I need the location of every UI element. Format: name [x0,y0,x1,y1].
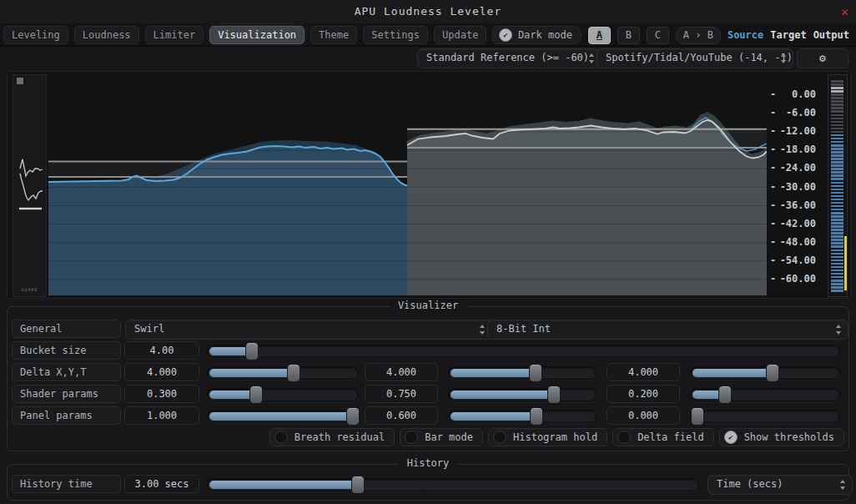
checkbox-delta-field[interactable]: Delta field [612,428,713,446]
view-target-button[interactable]: Target [770,29,806,41]
checkbox-show-thresholds[interactable]: ✔ Show thresholds [719,428,844,446]
close-icon[interactable]: ✕ [841,4,848,19]
meter-segment [831,280,843,282]
dark-mode-check-icon: ✔ [499,28,512,42]
meter-segment [831,148,843,150]
slider-thumb[interactable] [691,407,704,426]
tab-update[interactable]: Update [434,26,486,44]
history-unit-dropdown-value: Time (secs) [717,478,783,490]
preset-a-button[interactable]: A [588,27,611,44]
meter-segment [831,212,843,214]
meter-segment [831,151,843,154]
checkbox-breath-residual[interactable]: Breath residual [269,428,395,446]
gain-strip-graphic [13,75,44,295]
view-source-button[interactable]: Source [728,29,763,41]
slider-thumb[interactable] [766,364,779,382]
meter-segment [831,134,843,137]
preset-c-button[interactable]: C [647,27,669,44]
meter-segment [831,276,843,279]
meter-segment [831,260,843,262]
settings-gear-button[interactable]: ⚙ [797,48,848,68]
meter-segment [831,178,843,180]
history-time-slider[interactable] [207,478,699,491]
meter-segment [831,107,843,109]
dark-mode-label: Dark mode [518,29,572,41]
meter-segment [831,164,843,167]
meter-segment [831,199,843,201]
style-dropdown-value: Swirl [134,323,164,335]
slider-thumb[interactable] [245,342,259,360]
shader-param3-slider[interactable] [690,388,840,401]
meter-segment [831,83,843,86]
meter-segment [831,103,843,106]
meter-segment [831,242,843,244]
loudness-plot [48,74,767,295]
reference-dropdown-value: Standard Reference (>= -60) [426,52,589,63]
style-dropdown[interactable]: Swirl [125,320,492,340]
history-unit-dropdown[interactable]: Time (secs) [707,475,853,495]
meter-segment [831,256,843,259]
tab-leveling[interactable]: Leveling [3,26,68,44]
meter-segment [831,161,843,164]
slider-thumb[interactable] [718,386,732,404]
gear-icon: ⚙ [819,52,826,64]
streaming-target-dropdown[interactable]: Spotify/Tidal/YouTube (-14, -1) [597,48,793,68]
updown-arrows-icon [835,324,842,335]
panel-param3-slider[interactable] [690,410,840,423]
meter-segment [831,189,843,191]
delta-t-slider[interactable] [690,366,840,380]
copy-a-to-b-button[interactable]: A › B [676,27,721,44]
meter-segment [831,128,843,130]
checkbox-circle-icon [274,431,288,444]
meter-segment [831,110,843,113]
updown-arrows-icon [780,53,787,64]
meter-segment [831,118,843,120]
strip-settings-button[interactable] [17,78,23,84]
dark-mode-toggle[interactable]: ✔ Dark mode [495,26,582,44]
streaming-target-dropdown-value: Spotify/Tidal/YouTube (-14, -1) [606,52,793,63]
format-dropdown[interactable]: 8-Bit Int [487,320,848,340]
view-output-button[interactable]: Output [813,29,849,41]
checkbox-label: Breath residual [295,431,385,443]
tab-theme[interactable]: Theme [310,26,357,44]
updown-arrows-icon [839,479,846,491]
meter-segment [831,205,843,208]
visualizer-panel-title: Visualizer [390,300,466,311]
meter-segment [831,185,843,188]
history-panel-title: History [399,457,458,469]
bucket-size-slider[interactable] [207,345,840,358]
guard-label: GUARD [13,287,46,292]
meter-segment [831,273,843,275]
title-bar: APU Loudness Leveler ✕ [0,0,856,23]
checkbox-circle-icon [405,431,418,444]
meter-segment [831,80,843,83]
checkbox-circle-icon [493,431,506,444]
preset-b-button[interactable]: B [617,27,640,44]
checkbox-label: Delta field [637,431,703,443]
meter-segment [831,124,843,127]
meter-segment [831,235,843,238]
gain-reduction-strip: GUARD [13,74,47,297]
slider-thumb[interactable] [351,476,365,494]
meter-segment [831,286,843,289]
checkbox-histogram-hold[interactable]: Histogram hold [488,428,607,446]
tab-right-group: ✔ Dark mode A B C A › B Source Target Ou… [495,26,849,44]
checkbox-circle-icon: ✔ [724,431,738,444]
tab-limiter[interactable]: Limiter [145,26,204,44]
tab-loudness[interactable]: Loudness [74,26,139,44]
meter-segment [831,195,843,198]
meter-segment [831,131,843,134]
meter-segment [831,171,843,174]
meter-segment [831,174,843,177]
reference-dropdown[interactable]: Standard Reference (>= -60) [417,48,602,68]
meter-segment [831,239,843,241]
meter-segment [831,225,843,228]
checkbox-label: Histogram hold [513,431,597,443]
meter-segment [831,253,843,255]
meter-segment [831,232,843,234]
checkbox-bar-mode[interactable]: Bar mode [400,428,483,446]
tab-settings[interactable]: Settings [363,26,428,44]
tab-visualization[interactable]: Visualization [209,26,305,44]
tab-strip: Leveling Loudness Limiter Visualization … [3,26,540,44]
meter-segment [831,209,843,211]
